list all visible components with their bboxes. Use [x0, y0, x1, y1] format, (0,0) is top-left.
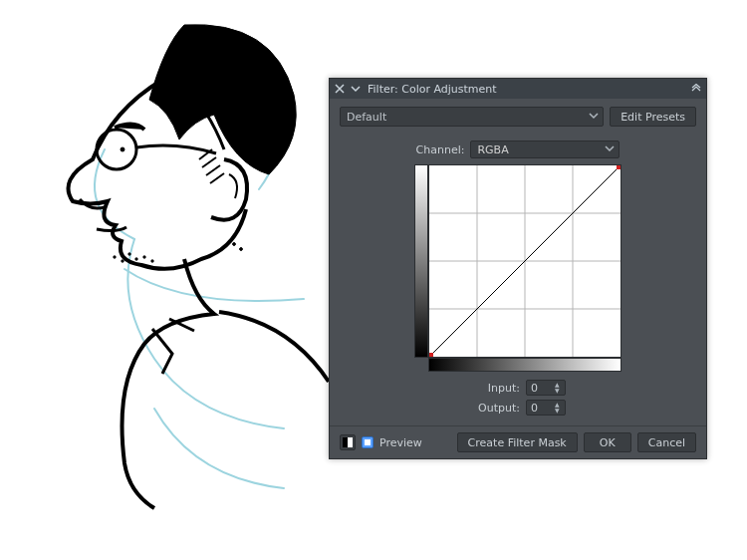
- svg-point-9: [151, 260, 153, 262]
- stepper-icon[interactable]: ▲▼: [555, 401, 563, 415]
- close-icon[interactable]: [334, 83, 346, 95]
- channel-selected: RGBA: [477, 143, 508, 156]
- vertical-gradient: [414, 164, 428, 358]
- preset-selected: Default: [347, 111, 386, 124]
- svg-point-13: [240, 248, 243, 251]
- horizontal-gradient: [428, 358, 622, 372]
- svg-line-4: [206, 165, 220, 175]
- curve-handle[interactable]: [617, 165, 621, 169]
- input-value: 0: [531, 382, 538, 395]
- svg-point-0: [97, 130, 136, 169]
- output-value: 0: [531, 402, 538, 415]
- preset-dropdown[interactable]: Default: [340, 107, 604, 127]
- svg-point-7: [135, 258, 137, 260]
- output-label: Output:: [470, 402, 520, 415]
- create-filter-mask-button[interactable]: Create Filter Mask: [457, 432, 578, 452]
- collapse-up-icon[interactable]: [690, 83, 702, 95]
- svg-point-6: [128, 253, 130, 255]
- preview-label: Preview: [379, 436, 422, 449]
- svg-line-5: [210, 173, 224, 183]
- svg-rect-21: [365, 439, 371, 445]
- chevron-down-icon: [589, 111, 599, 124]
- chevron-down-icon[interactable]: [350, 83, 362, 95]
- svg-point-10: [122, 260, 124, 262]
- curve-editor[interactable]: [428, 164, 622, 358]
- ok-button[interactable]: OK: [584, 432, 631, 452]
- channel-dropdown[interactable]: RGBA: [470, 140, 620, 158]
- titlebar[interactable]: Filter: Color Adjustment: [330, 79, 706, 99]
- split-view-button[interactable]: [340, 434, 356, 450]
- chevron-down-icon: [605, 143, 615, 156]
- input-label: Input:: [470, 382, 520, 395]
- cancel-button[interactable]: Cancel: [637, 432, 696, 452]
- output-spinbox[interactable]: 0 ▲▼: [526, 400, 566, 416]
- svg-line-3: [202, 157, 216, 167]
- svg-point-11: [114, 256, 116, 258]
- svg-point-8: [143, 256, 145, 258]
- svg-point-12: [233, 243, 236, 246]
- preview-checkbox[interactable]: [362, 436, 374, 448]
- curve-handle[interactable]: [429, 353, 433, 357]
- edit-presets-button[interactable]: Edit Presets: [610, 107, 696, 127]
- filter-dialog: Filter: Color Adjustment Default Edit Pr…: [329, 78, 707, 459]
- input-spinbox[interactable]: 0 ▲▼: [526, 380, 566, 396]
- svg-point-1: [121, 147, 124, 151]
- stepper-icon[interactable]: ▲▼: [555, 381, 563, 395]
- split-view-icon: [343, 437, 353, 447]
- canvas-artwork: [35, 0, 354, 518]
- dialog-title: Filter: Color Adjustment: [366, 83, 686, 96]
- channel-label: Channel:: [416, 143, 465, 156]
